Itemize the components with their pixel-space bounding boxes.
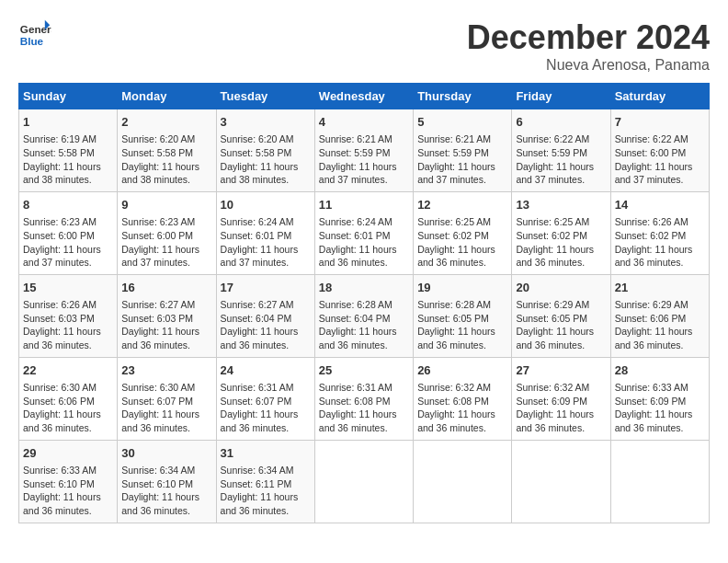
calendar-day-cell: 17Sunrise: 6:27 AMSunset: 6:04 PMDayligh… — [216, 274, 314, 357]
day-info: Sunrise: 6:28 AMSunset: 6:05 PMDaylight:… — [417, 298, 507, 352]
day-number: 7 — [615, 114, 705, 131]
day-info: Sunrise: 6:22 AMSunset: 6:00 PMDaylight:… — [615, 132, 705, 187]
day-number: 5 — [417, 114, 507, 131]
day-info: Sunrise: 6:20 AMSunset: 5:58 PMDaylight:… — [121, 132, 211, 187]
calendar-week-row: 22Sunrise: 6:30 AMSunset: 6:06 PMDayligh… — [19, 357, 710, 440]
calendar-day-cell: 18Sunrise: 6:28 AMSunset: 6:04 PMDayligh… — [314, 274, 413, 357]
calendar-day-cell: 28Sunrise: 6:33 AMSunset: 6:09 PMDayligh… — [610, 357, 709, 440]
calendar-day-cell: 31Sunrise: 6:34 AMSunset: 6:11 PMDayligh… — [216, 440, 314, 523]
day-number: 21 — [615, 280, 705, 296]
day-info: Sunrise: 6:20 AMSunset: 5:58 PMDaylight:… — [221, 132, 311, 187]
calendar-day-cell — [512, 440, 610, 523]
calendar-day-cell: 10Sunrise: 6:24 AMSunset: 6:01 PMDayligh… — [216, 191, 314, 274]
day-number: 23 — [121, 362, 211, 379]
day-number: 14 — [615, 197, 705, 213]
day-number: 28 — [615, 362, 705, 379]
day-info: Sunrise: 6:33 AMSunset: 6:09 PMDaylight:… — [615, 381, 705, 435]
day-info: Sunrise: 6:23 AMSunset: 6:00 PMDaylight:… — [121, 215, 211, 270]
day-info: Sunrise: 6:33 AMSunset: 6:10 PMDaylight:… — [23, 464, 113, 518]
calendar-day-cell: 14Sunrise: 6:26 AMSunset: 6:02 PMDayligh… — [610, 191, 709, 274]
calendar-day-cell: 19Sunrise: 6:28 AMSunset: 6:05 PMDayligh… — [414, 274, 512, 357]
day-info: Sunrise: 6:23 AMSunset: 6:00 PMDaylight:… — [23, 215, 113, 270]
day-number: 18 — [319, 280, 409, 296]
calendar-day-cell: 11Sunrise: 6:24 AMSunset: 6:01 PMDayligh… — [314, 191, 413, 274]
calendar-day-cell: 23Sunrise: 6:30 AMSunset: 6:07 PMDayligh… — [118, 357, 216, 440]
day-info: Sunrise: 6:30 AMSunset: 6:06 PMDaylight:… — [23, 381, 113, 435]
day-info: Sunrise: 6:25 AMSunset: 6:02 PMDaylight:… — [516, 215, 606, 270]
header-wednesday: Wednesday — [314, 84, 413, 109]
day-number: 20 — [516, 280, 606, 296]
day-info: Sunrise: 6:19 AMSunset: 5:58 PMDaylight:… — [23, 132, 113, 187]
day-number: 6 — [516, 114, 606, 131]
day-info: Sunrise: 6:25 AMSunset: 6:02 PMDaylight:… — [417, 215, 507, 270]
day-number: 13 — [516, 197, 606, 213]
day-number: 26 — [417, 362, 507, 379]
calendar-header-row: Sunday Monday Tuesday Wednesday Thursday… — [19, 84, 710, 109]
day-info: Sunrise: 6:34 AMSunset: 6:11 PMDaylight:… — [221, 464, 311, 518]
day-info: Sunrise: 6:24 AMSunset: 6:01 PMDaylight:… — [319, 215, 409, 270]
day-info: Sunrise: 6:29 AMSunset: 6:05 PMDaylight:… — [516, 298, 606, 352]
calendar-day-cell — [314, 440, 413, 523]
calendar-day-cell: 12Sunrise: 6:25 AMSunset: 6:02 PMDayligh… — [414, 191, 512, 274]
day-info: Sunrise: 6:21 AMSunset: 5:59 PMDaylight:… — [319, 132, 409, 187]
calendar-day-cell: 6Sunrise: 6:22 AMSunset: 5:59 PMDaylight… — [512, 109, 610, 192]
day-number: 29 — [23, 445, 113, 462]
calendar-subtitle: Nueva Arenosa, Panama — [467, 57, 710, 74]
calendar-table: Sunday Monday Tuesday Wednesday Thursday… — [18, 83, 710, 523]
calendar-day-cell: 30Sunrise: 6:34 AMSunset: 6:10 PMDayligh… — [118, 440, 216, 523]
header-friday: Friday — [512, 84, 610, 109]
day-info: Sunrise: 6:32 AMSunset: 6:09 PMDaylight:… — [516, 381, 606, 435]
day-number: 25 — [319, 362, 409, 379]
page-header: General Blue December 2024 Nueva Arenosa… — [18, 18, 710, 74]
calendar-day-cell: 7Sunrise: 6:22 AMSunset: 6:00 PMDaylight… — [610, 109, 709, 192]
calendar-day-cell: 2Sunrise: 6:20 AMSunset: 5:58 PMDaylight… — [118, 109, 216, 192]
day-number: 2 — [121, 114, 211, 131]
calendar-day-cell: 5Sunrise: 6:21 AMSunset: 5:59 PMDaylight… — [414, 109, 512, 192]
day-number: 12 — [417, 197, 507, 213]
header-thursday: Thursday — [414, 84, 512, 109]
day-number: 15 — [23, 280, 113, 296]
calendar-day-cell: 25Sunrise: 6:31 AMSunset: 6:08 PMDayligh… — [314, 357, 413, 440]
calendar-day-cell: 15Sunrise: 6:26 AMSunset: 6:03 PMDayligh… — [19, 274, 118, 357]
day-info: Sunrise: 6:26 AMSunset: 6:02 PMDaylight:… — [615, 215, 705, 270]
calendar-day-cell: 1Sunrise: 6:19 AMSunset: 5:58 PMDaylight… — [19, 109, 118, 192]
day-info: Sunrise: 6:31 AMSunset: 6:08 PMDaylight:… — [319, 381, 409, 435]
svg-text:Blue: Blue — [20, 35, 44, 47]
day-number: 3 — [221, 114, 311, 131]
day-info: Sunrise: 6:34 AMSunset: 6:10 PMDaylight:… — [121, 464, 211, 518]
day-number: 10 — [221, 197, 311, 213]
day-number: 30 — [121, 445, 211, 462]
header-monday: Monday — [118, 84, 216, 109]
header-tuesday: Tuesday — [216, 84, 314, 109]
calendar-day-cell: 16Sunrise: 6:27 AMSunset: 6:03 PMDayligh… — [118, 274, 216, 357]
title-block: December 2024 Nueva Arenosa, Panama — [467, 18, 710, 74]
calendar-day-cell: 4Sunrise: 6:21 AMSunset: 5:59 PMDaylight… — [314, 109, 413, 192]
day-info: Sunrise: 6:29 AMSunset: 6:06 PMDaylight:… — [615, 298, 705, 352]
header-saturday: Saturday — [610, 84, 709, 109]
day-number: 16 — [121, 280, 211, 296]
day-info: Sunrise: 6:32 AMSunset: 6:08 PMDaylight:… — [417, 381, 507, 435]
calendar-day-cell: 9Sunrise: 6:23 AMSunset: 6:00 PMDaylight… — [118, 191, 216, 274]
day-info: Sunrise: 6:27 AMSunset: 6:04 PMDaylight:… — [221, 298, 311, 352]
calendar-week-row: 1Sunrise: 6:19 AMSunset: 5:58 PMDaylight… — [19, 109, 710, 192]
day-number: 27 — [516, 362, 606, 379]
calendar-day-cell — [414, 440, 512, 523]
calendar-day-cell: 8Sunrise: 6:23 AMSunset: 6:00 PMDaylight… — [19, 191, 118, 274]
calendar-title: December 2024 — [467, 18, 710, 57]
day-number: 9 — [121, 197, 211, 213]
day-number: 11 — [319, 197, 409, 213]
day-number: 24 — [221, 362, 311, 379]
calendar-week-row: 29Sunrise: 6:33 AMSunset: 6:10 PMDayligh… — [19, 440, 710, 523]
header-sunday: Sunday — [19, 84, 118, 109]
calendar-day-cell: 13Sunrise: 6:25 AMSunset: 6:02 PMDayligh… — [512, 191, 610, 274]
calendar-day-cell: 22Sunrise: 6:30 AMSunset: 6:06 PMDayligh… — [19, 357, 118, 440]
calendar-day-cell: 24Sunrise: 6:31 AMSunset: 6:07 PMDayligh… — [216, 357, 314, 440]
day-info: Sunrise: 6:30 AMSunset: 6:07 PMDaylight:… — [121, 381, 211, 435]
day-info: Sunrise: 6:31 AMSunset: 6:07 PMDaylight:… — [221, 381, 311, 435]
calendar-day-cell: 20Sunrise: 6:29 AMSunset: 6:05 PMDayligh… — [512, 274, 610, 357]
day-number: 8 — [23, 197, 113, 213]
calendar-day-cell — [610, 440, 709, 523]
calendar-day-cell: 21Sunrise: 6:29 AMSunset: 6:06 PMDayligh… — [610, 274, 709, 357]
calendar-week-row: 8Sunrise: 6:23 AMSunset: 6:00 PMDaylight… — [19, 191, 710, 274]
day-number: 1 — [23, 114, 113, 131]
